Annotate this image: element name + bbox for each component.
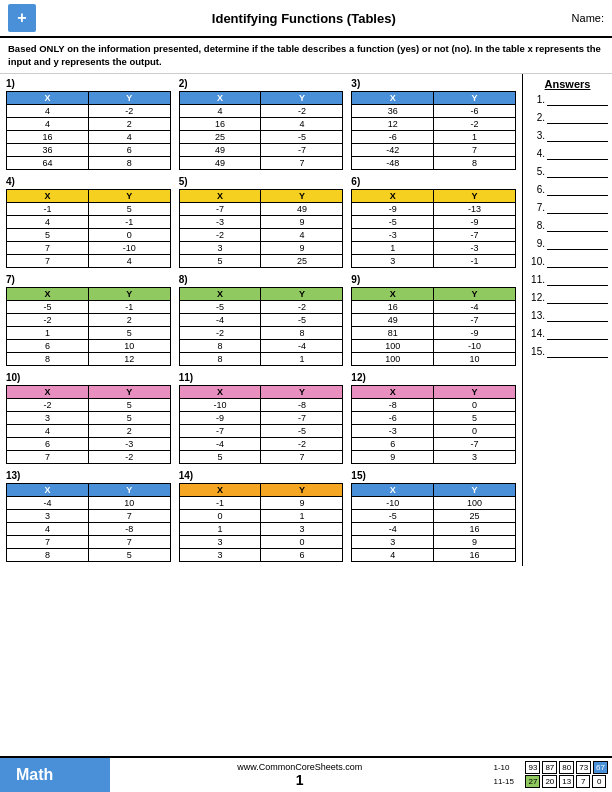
table-cell: 7 [7, 254, 89, 267]
table-cell: 4 [261, 228, 343, 241]
table-row: 4-2 [179, 104, 343, 117]
table-cell: -10 [88, 241, 170, 254]
problem: 11)XY-10-8-9-7-7-5-4-257 [179, 372, 344, 464]
table-cell: 36 [7, 143, 89, 156]
table-cell: -1 [88, 300, 170, 313]
table-cell: 4 [179, 104, 261, 117]
problem-number: 14) [179, 470, 344, 481]
problem-number: 12) [351, 372, 516, 383]
table-row: 100-10 [352, 339, 516, 352]
table-cell: 6 [7, 437, 89, 450]
table-cell: 8 [434, 156, 516, 169]
table-cell: 6 [352, 437, 434, 450]
table-header-row: XY [179, 287, 343, 300]
table-row: 77 [7, 535, 171, 548]
table-cell: -2 [179, 228, 261, 241]
table-row: 366 [7, 143, 171, 156]
table-cell: 5 [88, 548, 170, 561]
table-cell: 1 [179, 522, 261, 535]
function-table: XY-80-65-306-793 [351, 385, 516, 464]
answer-number: 13. [527, 310, 545, 321]
function-table: XY-9-13-5-9-3-71-33-1 [351, 189, 516, 268]
column-header: X [352, 91, 434, 104]
column-header: Y [88, 189, 170, 202]
table-cell: 7 [7, 450, 89, 463]
table-cell: 1 [261, 509, 343, 522]
table-cell: -8 [352, 398, 434, 411]
table-cell: 9 [261, 215, 343, 228]
page-header: + Identifying Functions (Tables) Name: [0, 0, 612, 38]
table-cell: -13 [434, 202, 516, 215]
table-row: 81 [179, 352, 343, 365]
table-cell: -8 [261, 398, 343, 411]
table-row: 3-1 [352, 254, 516, 267]
column-header: Y [88, 91, 170, 104]
answer-blank [547, 220, 608, 232]
table-cell: 8 [7, 548, 89, 561]
column-header: X [179, 385, 261, 398]
table-header-row: XY [179, 91, 343, 104]
problem: 5)XY-749-39-2439525 [179, 176, 344, 268]
table-cell: 5 [179, 254, 261, 267]
table-cell: -5 [352, 215, 434, 228]
answer-number: 12. [527, 292, 545, 303]
table-row: 36-6 [352, 104, 516, 117]
table-cell: -4 [434, 300, 516, 313]
table-row: 497 [179, 156, 343, 169]
table-cell: 16 [179, 117, 261, 130]
table-row: 164 [179, 117, 343, 130]
name-label: Name: [572, 12, 604, 24]
score-value: 93 [525, 761, 540, 774]
table-cell: 7 [88, 509, 170, 522]
table-cell: 9 [261, 496, 343, 509]
table-cell: -7 [261, 143, 343, 156]
answer-blank [547, 346, 608, 358]
column-header: X [7, 91, 89, 104]
table-row: -65 [352, 411, 516, 424]
table-row: 416 [352, 548, 516, 561]
table-cell: 0 [434, 424, 516, 437]
footer-scores: 1-10938780736711-1527201370 [489, 758, 612, 792]
answer-number: 4. [527, 148, 545, 159]
table-row: -525 [352, 509, 516, 522]
answer-number: 9. [527, 238, 545, 249]
table-cell: 6 [261, 548, 343, 561]
table-row: -22 [7, 313, 171, 326]
table-row: 6-7 [352, 437, 516, 450]
answer-number: 8. [527, 220, 545, 231]
table-cell: -7 [261, 411, 343, 424]
table-row: -5-2 [179, 300, 343, 313]
table-cell: -10 [434, 339, 516, 352]
table-row: 6-3 [7, 437, 171, 450]
table-row: 164 [7, 130, 171, 143]
table-cell: 25 [179, 130, 261, 143]
table-row: 57 [179, 450, 343, 463]
table-cell: 8 [7, 352, 89, 365]
table-cell: 2 [88, 424, 170, 437]
function-table: XY-10-8-9-7-7-5-4-257 [179, 385, 344, 464]
table-cell: -1 [88, 215, 170, 228]
table-cell: -2 [179, 326, 261, 339]
table-cell: 2 [88, 313, 170, 326]
problem-number: 2) [179, 78, 344, 89]
table-cell: 5 [434, 411, 516, 424]
function-table: XY-10100-525-41639416 [351, 483, 516, 562]
table-cell: 8 [179, 339, 261, 352]
problem-number: 6) [351, 176, 516, 187]
table-cell: 16 [434, 522, 516, 535]
table-cell: -48 [352, 156, 434, 169]
table-cell: 16 [7, 130, 89, 143]
column-header: Y [261, 287, 343, 300]
answers-title: Answers [527, 78, 608, 90]
table-row: 93 [352, 450, 516, 463]
table-cell: 100 [352, 339, 434, 352]
table-row: -10100 [352, 496, 516, 509]
column-header: Y [261, 385, 343, 398]
answer-blank [547, 292, 608, 304]
table-row: 30 [179, 535, 343, 548]
table-cell: 7 [261, 156, 343, 169]
table-header-row: XY [179, 189, 343, 202]
table-cell: 49 [261, 202, 343, 215]
problem: 7)XY-5-1-2215610812 [6, 274, 171, 366]
table-row: -3-7 [352, 228, 516, 241]
